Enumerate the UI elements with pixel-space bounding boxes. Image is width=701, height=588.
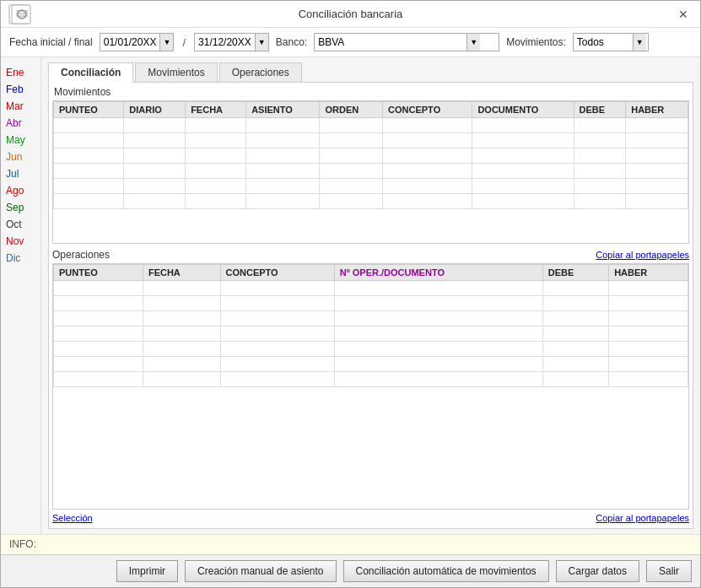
tab-movimientos[interactable]: Movimientos [135,62,217,82]
fecha-label: Fecha inicial / final [9,36,93,48]
month-dic[interactable]: Dic [1,250,40,267]
cargar-datos-button[interactable]: Cargar datos [556,560,639,582]
fecha-inicial-combobox[interactable]: 01/01/20XX ▼ [100,33,175,51]
month-nov[interactable]: Nov [1,233,40,250]
banco-combobox[interactable]: BBVA ▼ [314,33,499,51]
tab-conciliación[interactable]: Conciliación [48,62,133,83]
month-mar[interactable]: Mar [1,98,40,115]
title-bar: Conciliación bancaria ✕ [1,1,700,28]
fecha-final-dropdown-btn[interactable]: ▼ [255,34,268,51]
fecha-final-value: 31/12/20XX [195,36,255,48]
mov-col-concepto: CONCEPTO [383,102,472,118]
bottom-toolbar: Imprimir Creación manual de asiento Conc… [1,554,700,587]
svg-rect-1 [12,5,30,24]
op-col-punteo: PUNTEO [54,265,143,281]
mov-col-haber: HABER [626,102,688,118]
imprimir-button[interactable]: Imprimir [116,560,178,582]
tabs-bar: ConciliaciónMovimientosOperaciones [48,62,693,83]
movimientos-dropdown-btn[interactable]: ▼ [633,34,646,51]
month-sidebar: EneFebMarAbrMayJunJulAgoSepOctNovDic [1,57,41,534]
movimientos-table-area: PUNTEODIARIOFECHAASIENTOORDENCONCEPTODOC… [52,100,689,244]
month-ene[interactable]: Ene [1,64,40,81]
copy-operaciones-link[interactable]: Copiar al portapapeles [596,513,689,523]
banco-value: BBVA [315,36,466,48]
info-label: INFO: [9,538,36,550]
movimientos-section-title: Movimientos [52,86,689,98]
op-col-concepto: CONCEPTO [220,265,334,281]
month-feb[interactable]: Feb [1,81,40,98]
month-may[interactable]: May [1,132,40,148]
info-bar: INFO: [1,534,700,554]
month-sep[interactable]: Sep [1,199,40,216]
tabs-container: ConciliaciónMovimientosOperaciones Movim… [48,62,693,529]
mov-col-orden: ORDEN [320,102,383,118]
movimientos-value: Todos [574,36,633,48]
seleccion-row: Selección Copiar al portapapeles [52,511,689,525]
fecha-inicial-value: 01/01/20XX [100,36,160,48]
mov-col-punteo: PUNTEO [54,102,124,118]
banco-dropdown-btn[interactable]: ▼ [466,34,480,51]
mov-col-fecha: FECHA [186,102,246,118]
operaciones-table-area: PUNTEOFECHACONCEPTONº OPER./DOCUMENTODEB… [52,263,689,510]
content-area: EneFebMarAbrMayJunJulAgoSepOctNovDic Con… [1,57,700,534]
main-window: Conciliación bancaria ✕ Fecha inicial / … [0,0,701,588]
panel-content: Movimientos PUNTEODIARIOFECHAASIENTOORDE… [48,83,693,529]
mov-col-debe: DEBE [574,102,626,118]
conciliacion-auto-button[interactable]: Conciliación automática de movimientos [343,560,549,582]
tab-operaciones[interactable]: Operaciones [219,62,302,82]
movimientos-table: PUNTEODIARIOFECHAASIENTOORDENCONCEPTODOC… [53,101,688,209]
month-jul[interactable]: Jul [1,165,40,182]
creacion-manual-button[interactable]: Creación manual de asiento [185,560,336,582]
window-title: Conciliación bancaria [299,8,403,20]
op-col-fecha: FECHA [143,265,220,281]
separator: / [182,36,186,49]
fecha-final-combobox[interactable]: 31/12/20XX ▼ [194,33,269,51]
mov-col-asiento: ASIENTO [246,102,320,118]
operaciones-title: Operaciones [52,249,110,261]
month-jun[interactable]: Jun [1,148,40,165]
main-panel: ConciliaciónMovimientosOperaciones Movim… [41,57,700,534]
mov-col-diario: DIARIO [124,102,186,118]
op-col-debe: DEBE [542,265,608,281]
fecha-inicial-dropdown-btn[interactable]: ▼ [159,34,173,51]
seleccion-link[interactable]: Selección [52,513,93,523]
movimientos-combobox[interactable]: Todos ▼ [573,33,649,51]
app-icon [8,3,41,26]
salir-button[interactable]: Salir [646,560,692,582]
op-col-haber: HABER [609,265,688,281]
operaciones-header: Operaciones Copiar al portapapeles [52,249,689,261]
month-oct[interactable]: Oct [1,216,40,233]
copy-movimientos-link[interactable]: Copiar al portapapeles [596,250,689,260]
op-col-n--oper--documento: Nº OPER./DOCUMENTO [334,265,542,281]
mov-col-documento: DOCUMENTO [472,102,574,118]
toolbar: Fecha inicial / final 01/01/20XX ▼ / 31/… [1,28,700,57]
close-button[interactable]: ✕ [673,6,693,23]
month-abr[interactable]: Abr [1,115,40,132]
month-ago[interactable]: Ago [1,182,40,199]
banco-label: Banco: [276,36,307,48]
operaciones-table: PUNTEOFECHACONCEPTONº OPER./DOCUMENTODEB… [53,264,688,387]
movimientos-label: Movimientos: [506,36,566,48]
